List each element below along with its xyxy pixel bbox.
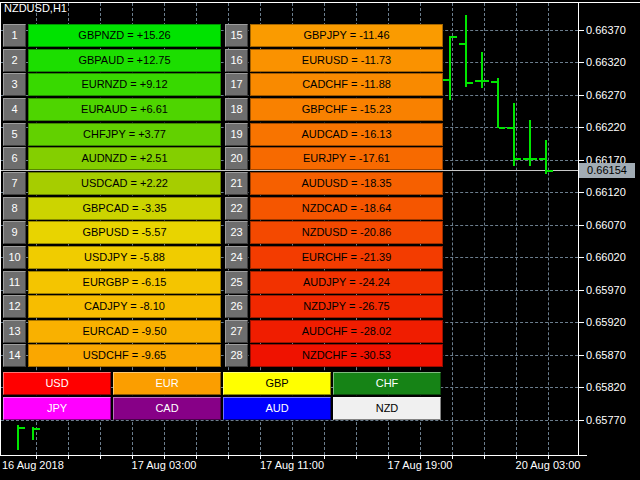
price-axis-tick: [578, 192, 584, 193]
price-axis-label: 0.66070: [586, 219, 626, 232]
strength-row-number: 12: [3, 295, 26, 318]
strength-row-number: 7: [3, 172, 26, 195]
price-axis-tick: [578, 95, 584, 96]
strength-row-gbpusd: GBPUSD = -5.57: [28, 221, 221, 244]
strength-row-number: 25: [225, 271, 248, 294]
strength-row-audcad: AUDCAD = -16.13: [250, 123, 443, 146]
ohlc-bar-close-tick: [451, 36, 457, 38]
price-axis-tick: [578, 30, 584, 31]
grid-line-v: [452, 3, 453, 455]
strength-row-eurnzd: EURNZD = +9.12: [28, 73, 221, 96]
strength-row-cadjpy: CADJPY = -8.10: [28, 295, 221, 318]
strength-row-number: 16: [225, 49, 248, 72]
time-axis-tick: [68, 456, 69, 459]
strength-row-number: 2: [3, 49, 26, 72]
price-axis-tick: [578, 127, 584, 128]
price-axis-tick: [578, 355, 584, 356]
strength-row-nzdchf: NZDCHF = -30.53: [250, 344, 443, 367]
price-axis-label: 0.65920: [586, 316, 626, 329]
currency-button-eur[interactable]: EUR: [113, 372, 221, 395]
ohlc-bar-close-tick: [483, 80, 489, 82]
current-price-line: [0, 170, 578, 171]
strength-row-nzdusd: NZDUSD = -20.86: [250, 221, 443, 244]
ohlc-bar-close-tick: [34, 428, 40, 430]
strength-row-gbpchf: GBPCHF = -15.23: [250, 98, 443, 121]
currency-button-gbp[interactable]: GBP: [223, 372, 331, 395]
strength-row-gbpaud: GBPAUD = +12.75: [28, 49, 221, 72]
ohlc-bar-open-tick: [443, 79, 449, 81]
ohlc-bar-range: [449, 36, 451, 100]
ohlc-bar-close-tick: [531, 158, 537, 160]
strength-row-number: 26: [225, 295, 248, 318]
price-axis-label: 0.65770: [586, 414, 626, 427]
strength-row-number: 13: [3, 320, 26, 343]
ohlc-bar-close-tick: [19, 427, 25, 429]
strength-row-number: 14: [3, 344, 26, 367]
time-axis-tick: [356, 456, 357, 459]
price-axis-label: 0.66220: [586, 121, 626, 134]
strength-row-number: 23: [225, 221, 248, 244]
price-axis-tick: [578, 322, 584, 323]
strength-row-number: 9: [3, 221, 26, 244]
ohlc-bar-range: [481, 52, 483, 88]
time-axis-label: 17 Aug 19:00: [375, 459, 465, 472]
strength-row-number: 20: [225, 147, 248, 170]
strength-row-number: 11: [3, 271, 26, 294]
currency-button-aud[interactable]: AUD: [223, 397, 331, 420]
chart-window: NZDUSD,H1 1GBPNZD = +15.262GBPAUD = +12.…: [0, 0, 640, 480]
strength-row-number: 6: [3, 147, 26, 170]
price-axis-tick: [578, 257, 584, 258]
ohlc-bar-close-tick: [515, 158, 521, 160]
time-axis-label: 16 Aug 2018: [2, 459, 64, 472]
strength-row-gbpnzd: GBPNZD = +15.26: [28, 24, 221, 47]
price-axis-label: 0.65820: [586, 381, 626, 394]
strength-row-usdjpy: USDJPY = -5.88: [28, 246, 221, 269]
strength-row-number: 17: [225, 73, 248, 96]
strength-row-number: 5: [3, 123, 26, 146]
price-axis-tick: [578, 387, 584, 388]
strength-row-usdcad: USDCAD = +2.22: [28, 172, 221, 195]
strength-row-nzdcad: NZDCAD = -18.64: [250, 197, 443, 220]
grid-line-v: [516, 3, 517, 455]
strength-row-number: 22: [225, 197, 248, 220]
strength-row-usdchf: USDCHF = -9.65: [28, 344, 221, 367]
strength-row-gbpcad: GBPCAD = -3.35: [28, 197, 221, 220]
time-axis-tick: [228, 456, 229, 459]
symbol-timeframe-label: NZDUSD,H1: [4, 2, 67, 14]
strength-row-number: 8: [3, 197, 26, 220]
strength-row-eurusd: EURUSD = -11.73: [250, 49, 443, 72]
currency-button-chf[interactable]: CHF: [333, 372, 441, 395]
ohlc-bar-open-tick: [507, 127, 513, 129]
strength-row-number: 15: [225, 24, 248, 47]
strength-row-number: 1: [3, 24, 26, 47]
strength-row-eurcad: EURCAD = -9.50: [28, 320, 221, 343]
strength-row-audusd: AUDUSD = -18.35: [250, 172, 443, 195]
currency-button-nzd[interactable]: NZD: [333, 397, 441, 420]
strength-row-chfjpy: CHFJPY = +3.77: [28, 123, 221, 146]
grid-line-h: [1, 420, 578, 421]
time-axis-tick: [484, 456, 485, 459]
price-axis-tick: [578, 160, 584, 161]
price-axis-tick: [578, 290, 584, 291]
ohlc-bar-range: [465, 15, 467, 87]
ohlc-bar-open-tick: [523, 158, 529, 160]
currency-button-usd[interactable]: USD: [3, 372, 111, 395]
strength-row-number: 10: [3, 246, 26, 269]
grid-line-v: [484, 3, 485, 455]
time-axis-label: 17 Aug 03:00: [119, 459, 209, 472]
strength-row-gbpjpy: GBPJPY = -11.46: [250, 24, 443, 47]
strength-row-number: 4: [3, 98, 26, 121]
currency-button-jpy[interactable]: JPY: [3, 397, 111, 420]
strength-row-nzdjpy: NZDJPY = -26.75: [250, 295, 443, 318]
time-axis-label: 17 Aug 11:00: [247, 459, 337, 472]
ohlc-bar-open-tick: [491, 81, 497, 83]
ohlc-bar-close-tick: [547, 170, 553, 172]
strength-row-number: 28: [225, 344, 248, 367]
strength-row-number: 27: [225, 320, 248, 343]
chart-frame-top: [0, 2, 640, 3]
price-axis-label: 0.66320: [586, 56, 626, 69]
ohlc-bar-range: [545, 140, 547, 174]
price-axis-label: 0.66270: [586, 89, 626, 102]
time-axis-line: [0, 455, 587, 456]
currency-button-cad[interactable]: CAD: [113, 397, 221, 420]
